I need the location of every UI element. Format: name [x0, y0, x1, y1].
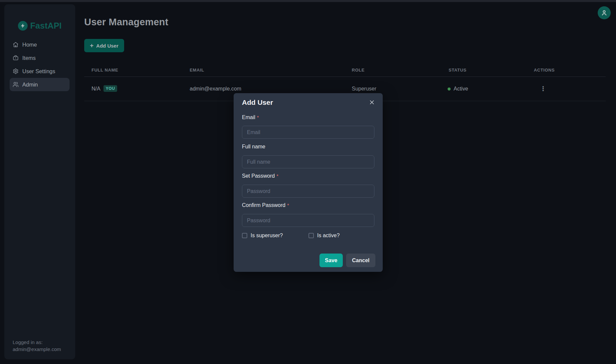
modal-checkbox-row: Is superuser? Is active?	[242, 233, 374, 240]
email-label-text: Email	[242, 114, 255, 120]
set-password-label: Set Password*	[242, 173, 279, 179]
checkbox-icon	[308, 233, 314, 238]
add-user-modal: Add User Email* Full name Set Password* …	[234, 93, 383, 272]
modal-title: Add User	[242, 98, 273, 106]
confirm-password-field[interactable]	[242, 214, 374, 227]
email-label: Email*	[242, 114, 259, 120]
required-asterisk: *	[257, 114, 259, 120]
set-password-field[interactable]	[242, 185, 374, 198]
modal-close-button[interactable]	[367, 98, 376, 106]
is-superuser-checkbox[interactable]: Is superuser?	[242, 233, 283, 239]
is-superuser-label: Is superuser?	[251, 233, 283, 239]
checkbox-icon	[242, 233, 247, 238]
required-asterisk: *	[287, 202, 289, 208]
cancel-button[interactable]: Cancel	[346, 254, 375, 267]
is-active-label: Is active?	[317, 233, 340, 239]
full-name-field[interactable]	[242, 155, 374, 168]
app-root: FastAPI Home Items User Settings	[0, 0, 616, 364]
required-asterisk: *	[277, 173, 279, 179]
confirm-password-label: Confirm Password*	[242, 202, 289, 208]
full-name-label-text: Full name	[242, 144, 265, 149]
close-icon	[369, 100, 374, 105]
is-active-checkbox[interactable]: Is active?	[308, 233, 340, 239]
email-field[interactable]	[242, 126, 374, 139]
full-name-label: Full name	[242, 144, 267, 150]
set-password-label-text: Set Password	[242, 173, 275, 179]
save-button[interactable]: Save	[319, 254, 343, 267]
confirm-password-label-text: Confirm Password	[242, 202, 286, 208]
